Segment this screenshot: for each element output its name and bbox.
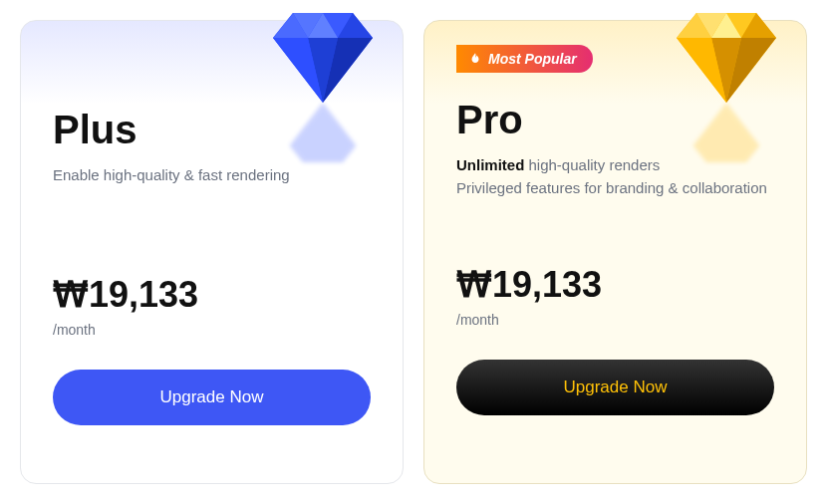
plan-card-pro: Most Popular Pro Unlimited high-quality … [423, 20, 807, 484]
plan-card-plus: Plus Enable high-quality & fast renderin… [20, 20, 404, 484]
fire-icon [468, 52, 482, 66]
plan-period: /month [456, 312, 774, 328]
svg-marker-9 [290, 103, 357, 162]
price-section: ₩19,133 /month [456, 264, 774, 328]
plan-period: /month [53, 322, 371, 338]
popular-badge: Most Popular [456, 45, 593, 73]
plan-description-line2: Privileged features for branding & colla… [456, 179, 767, 196]
upgrade-button[interactable]: Upgrade Now [456, 360, 774, 415]
plan-description: Enable high-quality & fast rendering [53, 164, 371, 234]
plan-price: ₩19,133 [456, 264, 602, 306]
plan-price: ₩19,133 [53, 274, 198, 316]
diamond-icon [677, 13, 776, 103]
diamond-reflection-icon [273, 103, 373, 162]
plan-description-bold: Unlimited [456, 156, 524, 173]
plan-description: Unlimited high-quality renders Privilege… [456, 154, 774, 224]
plan-description-text: high-quality renders [524, 156, 660, 173]
svg-marker-19 [693, 103, 760, 162]
diamond-reflection-icon [677, 103, 776, 162]
popular-badge-label: Most Popular [488, 51, 577, 67]
upgrade-button[interactable]: Upgrade Now [53, 370, 371, 425]
price-section: ₩19,133 /month [53, 274, 371, 338]
diamond-icon [273, 13, 373, 103]
